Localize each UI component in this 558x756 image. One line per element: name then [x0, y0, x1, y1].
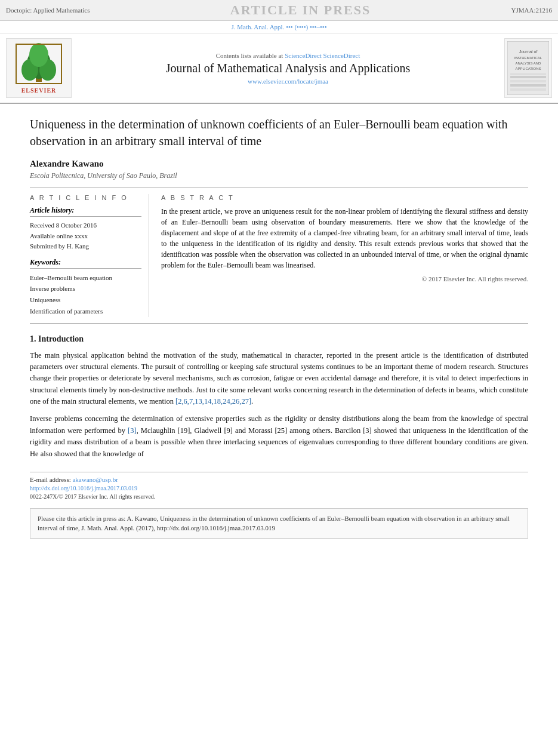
contents-line: Contents lists available at ScienceDirec…: [216, 52, 360, 59]
introduction-heading: 1. Introduction: [30, 334, 528, 344]
history-title: Article history:: [30, 206, 141, 217]
journal-subtitle: J. Math. Anal. Appl. ••• (••••) •••–•••: [0, 21, 558, 33]
article-in-press-label: ARTICLE IN PRESS: [230, 2, 371, 18]
divider-1: [30, 188, 528, 188]
article-info-column: A R T I C L E I N F O Article history: R…: [30, 194, 149, 317]
svg-rect-12: [510, 76, 546, 78]
journal-url[interactable]: www.elsevier.com/locate/jmaa: [248, 78, 328, 85]
author-name: Alexandre Kawano: [30, 159, 528, 169]
author-affiliation: Escola Politecnica, University of Sao Pa…: [30, 171, 528, 180]
svg-rect-13: [510, 80, 546, 82]
elsevier-label: ELSEVIER: [21, 87, 57, 94]
journal-center: Contents lists available at ScienceDirec…: [78, 38, 498, 98]
elsevier-tree-icon: [15, 43, 63, 85]
abstract-text: In the present article, we prove an uniq…: [161, 206, 528, 271]
journal-logo-right: Journal of MATHEMATICAL ANALYSIS AND APP…: [504, 38, 552, 98]
svg-text:MATHEMATICAL: MATHEMATICAL: [514, 56, 542, 60]
svg-text:APPLICATIONS: APPLICATIONS: [515, 67, 541, 70]
journal-title: Journal of Mathematical Analysis and App…: [166, 62, 410, 75]
received-line: Received 8 October 2016: [30, 220, 141, 231]
copyright-line: © 2017 Elsevier Inc. All rights reserved…: [161, 275, 528, 282]
abstract-label: A B S T R A C T: [161, 194, 528, 201]
svg-text:Journal of: Journal of: [519, 50, 538, 54]
journal-header: ELSEVIER Contents lists available at Sci…: [0, 33, 558, 104]
sciencedirect-text: ScienceDirect: [323, 52, 360, 59]
svg-rect-15: [510, 88, 546, 91]
doctopic-label: Doctopic: Applied Mathematics: [6, 7, 90, 14]
introduction-paragraph-2: Inverse problems concerning the determin…: [30, 413, 528, 460]
svg-rect-14: [510, 84, 546, 87]
ref-link-2[interactable]: [3]: [128, 426, 137, 435]
elsevier-logo-left: ELSEVIER: [6, 38, 72, 98]
yjmaa-label: YJMAA:21216: [511, 7, 552, 14]
sciencedirect-link[interactable]: ScienceDirect: [285, 52, 322, 59]
submitted-line: Submitted by H. Kang: [30, 241, 141, 252]
svg-point-4: [29, 43, 48, 67]
introduction-paragraph-1: The main physical application behind the…: [30, 350, 528, 408]
footnote-area: E-mail address: akawano@usp.br http://dx…: [30, 472, 528, 500]
keywords-title: Keywords:: [30, 258, 141, 269]
abstract-column: A B S T R A C T In the present article, …: [161, 194, 528, 317]
svg-text:ANALYSIS AND: ANALYSIS AND: [516, 62, 542, 65]
divider-2: [30, 323, 528, 324]
keyword-4: Identification of parameters: [30, 306, 141, 317]
keyword-1: Euler–Bernoulli beam equation: [30, 272, 141, 284]
ref-link-1[interactable]: [2,6,7,13,14,18,24,26,27]: [175, 397, 251, 405]
citation-box: Please cite this article in press as: A.…: [30, 508, 528, 539]
email-footnote: E-mail address: akawano@usp.br: [30, 476, 528, 483]
keywords-section: Keywords: Euler–Bernoulli beam equation …: [30, 258, 141, 317]
top-banner: Doctopic: Applied Mathematics ARTICLE IN…: [0, 0, 558, 21]
keyword-3: Uniqueness: [30, 294, 141, 306]
article-info-label: A R T I C L E I N F O: [30, 194, 141, 201]
keyword-2: Inverse problems: [30, 283, 141, 294]
main-content: Uniqueness in the determination of unkno…: [0, 104, 558, 545]
article-title: Uniqueness in the determination of unkno…: [30, 116, 528, 149]
doi-line-2: 0022-247X/© 2017 Elsevier Inc. All right…: [30, 493, 528, 500]
email-link[interactable]: akawano@usp.br: [72, 476, 118, 483]
available-line: Available online xxxx: [30, 231, 141, 242]
article-info-abstract: A R T I C L E I N F O Article history: R…: [30, 194, 528, 317]
doi-line-1[interactable]: http://dx.doi.org/10.1016/j.jmaa.2017.03…: [30, 485, 528, 491]
